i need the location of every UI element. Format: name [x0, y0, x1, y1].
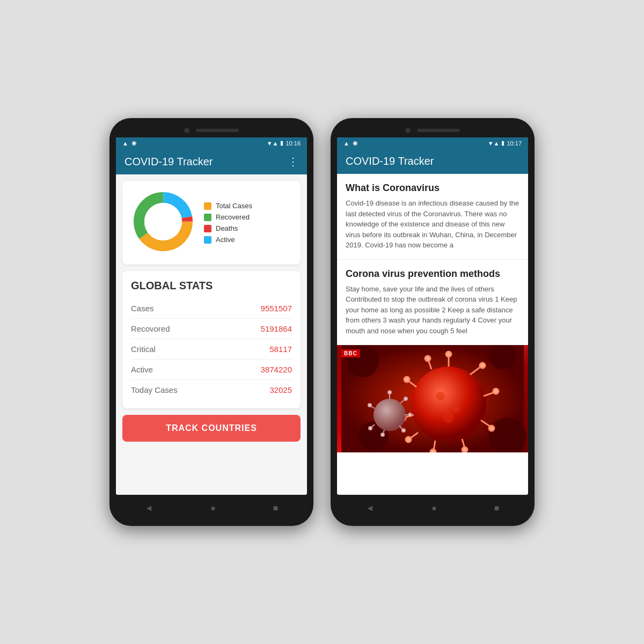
status-right-2: ▼▲ ▮ 10:17: [488, 140, 522, 147]
legend-color-recovered: [204, 214, 211, 221]
phone-top-1: [116, 128, 307, 133]
stat-label-recovered: Recovored: [131, 324, 170, 333]
svg-point-10: [411, 367, 486, 442]
svg-point-28: [404, 377, 409, 382]
stat-value-recovered: 5191864: [261, 324, 292, 333]
back-button-2[interactable]: ◄: [365, 503, 374, 513]
legend-deaths: Deaths: [204, 224, 252, 232]
svg-point-48: [368, 404, 371, 407]
article-1-body: Covid-19 disease is an infectious diseas…: [346, 198, 519, 251]
alert-icon-1: ▲: [122, 140, 128, 147]
svg-point-44: [381, 433, 384, 436]
legend-total-cases: Total Cases: [204, 202, 252, 210]
battery-icon-2: ▮: [501, 140, 504, 147]
chart-legend: Total Cases Recovered Deaths Active: [204, 202, 252, 244]
svg-point-42: [402, 429, 405, 432]
camera-dot-2: [405, 128, 411, 133]
stats-card: GLOBAL STATS Cases 9551507 Recovored 519…: [122, 271, 301, 408]
stat-row-critical: Critical 58117: [131, 339, 292, 360]
status-left-2: ▲ ◉: [343, 140, 358, 147]
legend-active: Active: [204, 236, 252, 244]
bbc-badge: BBC: [341, 349, 360, 357]
alert-icon-2: ▲: [343, 140, 349, 147]
stat-label-cases: Cases: [131, 304, 154, 313]
legend-color-total: [204, 202, 211, 210]
screen-content-1: Total Cases Recovered Deaths Active: [116, 174, 307, 495]
svg-point-38: [404, 397, 407, 400]
stat-row-today: Today Cases 32025: [131, 380, 292, 400]
svg-point-33: [443, 412, 454, 423]
status-bar-1: ▲ ◉ ▼▲ ▮ 10:16: [116, 137, 307, 149]
svg-point-24: [406, 437, 411, 442]
screen2-content: What is Coronavirus Covid-19 disease is …: [337, 174, 528, 495]
time-1: 10:16: [286, 140, 301, 147]
svg-point-46: [369, 427, 372, 430]
stat-value-active: 3874220: [261, 365, 292, 374]
phone-bottom-2: ◄ ● ■: [337, 500, 528, 516]
svg-point-22: [430, 449, 436, 452]
stat-value-critical: 58117: [269, 345, 292, 354]
phone-top-2: [337, 128, 528, 133]
svg-point-12: [446, 352, 451, 357]
home-button-2[interactable]: ●: [431, 503, 437, 513]
svg-point-32: [453, 406, 460, 413]
speaker-bar-1: [196, 129, 239, 132]
app-bar-title-2: COVID-19 Tracker: [346, 155, 434, 167]
svg-point-34: [374, 399, 406, 431]
app-bar-2: COVID-19 Tracker: [337, 149, 528, 174]
speaker-bar-2: [417, 129, 460, 132]
svg-point-31: [436, 392, 445, 400]
stats-title: GLOBAL STATS: [131, 280, 292, 292]
status-right-1: ▼▲ ▮ 10:16: [267, 140, 301, 147]
chart-card: Total Cases Recovered Deaths Active: [122, 181, 301, 265]
svg-point-18: [489, 426, 494, 431]
bbc-image: BBC: [337, 345, 528, 452]
battery-icon-1: ▮: [280, 140, 283, 147]
status-left-1: ▲ ◉: [122, 140, 137, 147]
svg-point-36: [388, 391, 391, 394]
time-2: 10:17: [507, 140, 522, 147]
donut-chart: [131, 189, 195, 256]
menu-button-1[interactable]: ⋮: [288, 155, 298, 168]
legend-color-active: [204, 236, 211, 244]
svg-point-4: [144, 203, 182, 240]
stat-label-active: Active: [131, 365, 153, 374]
phone-2: ▲ ◉ ▼▲ ▮ 10:17 COVID-19 Tracker What is …: [331, 118, 535, 526]
article-2-body: Stay home, save your life and the lives …: [346, 284, 519, 336]
stat-row-recovered: Recovored 5191864: [131, 319, 292, 339]
legend-recovered: Recovered: [204, 213, 252, 221]
svg-point-14: [480, 363, 485, 368]
recents-button-2[interactable]: ■: [494, 503, 500, 513]
svg-point-16: [493, 389, 499, 394]
article-2: Corona virus prevention methods Stay hom…: [337, 260, 528, 346]
legend-color-deaths: [204, 225, 211, 232]
phone-1: ▲ ◉ ▼▲ ▮ 10:16 COVID-19 Tracker ⋮: [109, 118, 313, 526]
legend-label-deaths: Deaths: [216, 224, 238, 232]
stat-label-critical: Critical: [131, 345, 156, 354]
track-countries-button[interactable]: TRACK COUNTRIES: [122, 415, 301, 442]
signal-icon-2: ▼▲: [488, 140, 500, 147]
stat-row-cases: Cases 9551507: [131, 298, 292, 319]
stat-label-today: Today Cases: [131, 385, 178, 394]
article-1-title: What is Coronavirus: [346, 182, 519, 194]
article-2-title: Corona virus prevention methods: [346, 268, 519, 280]
phone-screen-2: ▲ ◉ ▼▲ ▮ 10:17 COVID-19 Tracker What is …: [337, 137, 528, 495]
signal-icon-1: ▼▲: [267, 140, 279, 147]
stat-value-today: 32025: [269, 385, 292, 394]
app-bar-1: COVID-19 Tracker ⋮: [116, 149, 307, 174]
status-bar-2: ▲ ◉ ▼▲ ▮ 10:17: [337, 137, 528, 149]
stat-value-cases: 9551507: [261, 304, 292, 313]
article-1: What is Coronavirus Covid-19 disease is …: [337, 174, 528, 260]
legend-label-active: Active: [216, 236, 235, 244]
phones-container: ▲ ◉ ▼▲ ▮ 10:16 COVID-19 Tracker ⋮: [109, 118, 535, 526]
dot-icon-2: ◉: [353, 140, 358, 147]
home-button-1[interactable]: ●: [210, 503, 216, 513]
svg-point-40: [408, 413, 412, 416]
legend-label-total: Total Cases: [216, 202, 252, 210]
stat-row-active: Active 3874220: [131, 360, 292, 380]
recents-button-1[interactable]: ■: [273, 503, 279, 513]
app-bar-title-1: COVID-19 Tracker: [125, 156, 213, 168]
dot-icon-1: ◉: [131, 140, 137, 147]
svg-point-20: [462, 447, 467, 452]
back-button-1[interactable]: ◄: [144, 503, 153, 513]
